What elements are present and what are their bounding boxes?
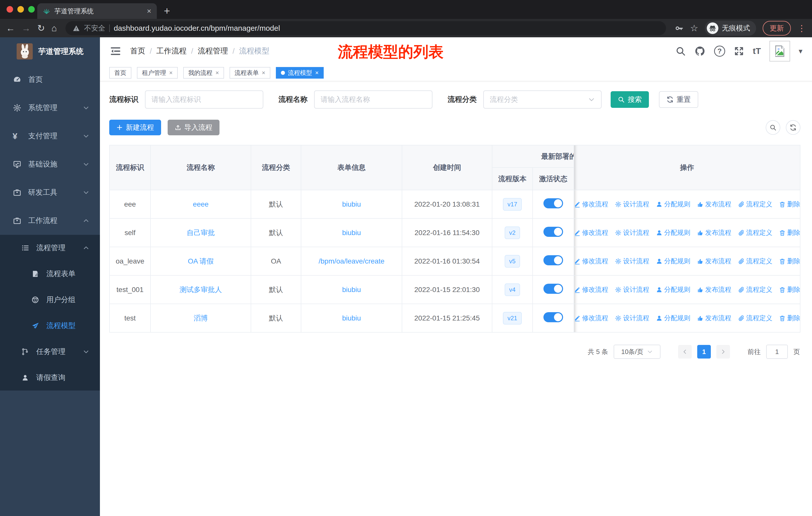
search-icon[interactable] xyxy=(675,46,686,56)
fullscreen-icon[interactable] xyxy=(734,46,744,56)
process-definition-action[interactable]: 流程定义 xyxy=(738,200,773,209)
reload-icon[interactable]: ↻ xyxy=(37,24,45,33)
page-size-select[interactable]: 10条/页 xyxy=(614,345,661,359)
process-category-select[interactable]: 流程分类 xyxy=(483,90,602,109)
design-process-action[interactable]: 设计流程 xyxy=(615,200,649,209)
process-name-input[interactable] xyxy=(314,90,432,109)
goto-page-input[interactable] xyxy=(766,345,788,359)
process-definition-action[interactable]: 流程定义 xyxy=(738,285,773,294)
version-badge[interactable]: v5 xyxy=(505,255,520,268)
breadcrumb-process-management[interactable]: 流程管理 xyxy=(198,46,228,56)
url-field[interactable]: 不安全 dashboard.yudao.iocoder.cn/bpm/manag… xyxy=(65,21,666,35)
process-name-link[interactable]: 自己审批 xyxy=(187,229,215,237)
active-toggle[interactable] xyxy=(544,284,563,294)
sidebar-item-user-group[interactable]: 用户分组 xyxy=(0,287,100,313)
active-toggle[interactable] xyxy=(544,227,563,237)
publish-process-action[interactable]: 发布流程 xyxy=(697,285,731,294)
publish-process-action[interactable]: 发布流程 xyxy=(697,228,731,237)
process-definition-action[interactable]: 流程定义 xyxy=(738,314,773,323)
assign-rule-action[interactable]: 分配规则 xyxy=(656,285,690,294)
breadcrumb-home[interactable]: 首页 xyxy=(130,46,145,56)
modify-process-action[interactable]: 修改流程 xyxy=(574,228,608,237)
font-size-icon[interactable]: tT xyxy=(753,46,761,56)
version-badge[interactable]: v2 xyxy=(505,226,520,239)
version-badge[interactable]: v21 xyxy=(503,312,522,325)
github-icon[interactable] xyxy=(694,46,705,57)
sidebar-item-devtools[interactable]: 研发工具 xyxy=(0,179,100,207)
design-process-action[interactable]: 设计流程 xyxy=(615,228,649,237)
sidebar-item-process-model[interactable]: 流程模型 xyxy=(0,313,100,338)
import-process-button[interactable]: 导入流程 xyxy=(168,120,220,135)
home-icon[interactable]: ⌂ xyxy=(51,24,57,33)
delete-action[interactable]: 删除 xyxy=(779,314,801,323)
modify-process-action[interactable]: 修改流程 xyxy=(574,257,608,266)
bookmark-star-icon[interactable]: ☆ xyxy=(690,23,698,33)
process-definition-action[interactable]: 流程定义 xyxy=(738,257,773,266)
breadcrumb-workflow[interactable]: 工作流程 xyxy=(156,46,186,56)
password-key-icon[interactable] xyxy=(674,24,684,33)
sidebar-item-home[interactable]: 首页 xyxy=(0,65,100,94)
update-button[interactable]: 更新 xyxy=(763,21,791,35)
active-toggle[interactable] xyxy=(544,312,563,322)
assign-rule-action[interactable]: 分配规则 xyxy=(656,228,690,237)
modify-process-action[interactable]: 修改流程 xyxy=(574,285,608,294)
tag-close-icon[interactable]: × xyxy=(262,69,265,76)
window-close-button[interactable] xyxy=(6,6,13,12)
assign-rule-action[interactable]: 分配规则 xyxy=(656,200,690,209)
tag-home[interactable]: 首页 xyxy=(109,67,132,79)
window-minimize-button[interactable] xyxy=(18,6,24,12)
process-name-link[interactable]: 测试多审批人 xyxy=(180,286,222,294)
sidebar-item-leave-query[interactable]: 请假查询 xyxy=(0,364,100,390)
avatar[interactable] xyxy=(770,41,790,61)
assign-rule-action[interactable]: 分配规则 xyxy=(656,257,690,266)
tag-process-form[interactable]: 流程表单× xyxy=(230,67,270,79)
delete-action[interactable]: 删除 xyxy=(779,285,801,294)
current-page-button[interactable]: 1 xyxy=(697,345,711,358)
forward-icon[interactable]: → xyxy=(22,24,31,33)
tag-close-icon[interactable]: × xyxy=(169,69,173,76)
browser-tab[interactable]: 芋道管理系统 × xyxy=(37,3,157,19)
active-toggle[interactable] xyxy=(544,255,563,265)
delete-action[interactable]: 删除 xyxy=(779,228,801,237)
reset-button[interactable]: 重置 xyxy=(659,91,698,108)
next-page-button[interactable] xyxy=(716,345,730,358)
menu-collapse-icon[interactable] xyxy=(110,46,121,57)
delete-action[interactable]: 删除 xyxy=(779,200,801,209)
process-name-link[interactable]: eeee xyxy=(193,200,208,208)
sidebar-item-infra[interactable]: 基础设施 xyxy=(0,150,100,179)
assign-rule-action[interactable]: 分配规则 xyxy=(656,314,690,323)
sidebar-item-process-management[interactable]: 流程管理 xyxy=(0,235,100,261)
publish-process-action[interactable]: 发布流程 xyxy=(697,200,731,209)
design-process-action[interactable]: 设计流程 xyxy=(615,314,649,323)
browser-menu-icon[interactable]: ⋮ xyxy=(798,23,806,33)
publish-process-action[interactable]: 发布流程 xyxy=(697,257,731,266)
version-badge[interactable]: v4 xyxy=(505,283,520,296)
publish-process-action[interactable]: 发布流程 xyxy=(697,314,731,323)
sidebar-item-workflow[interactable]: 工作流程 xyxy=(0,207,100,235)
tab-close-icon[interactable]: × xyxy=(147,7,151,15)
create-process-button[interactable]: 新建流程 xyxy=(109,120,161,135)
tag-my-process[interactable]: 我的流程× xyxy=(183,67,224,79)
avatar-caret-icon[interactable]: ▾ xyxy=(799,47,803,55)
form-info-link[interactable]: biubiu xyxy=(342,229,361,237)
search-button[interactable]: 搜索 xyxy=(611,91,649,108)
sidebar-item-payment[interactable]: ¥ 支付管理 xyxy=(0,122,100,150)
process-name-link[interactable]: OA 请假 xyxy=(188,257,214,265)
tag-process-model[interactable]: 流程模型× xyxy=(276,67,324,79)
show-search-button[interactable] xyxy=(766,120,780,135)
active-toggle[interactable] xyxy=(544,198,563,208)
modify-process-action[interactable]: 修改流程 xyxy=(574,314,608,323)
refresh-table-button[interactable] xyxy=(786,120,801,135)
tag-close-icon[interactable]: × xyxy=(315,69,319,76)
modify-process-action[interactable]: 修改流程 xyxy=(574,200,608,209)
form-info-link[interactable]: /bpm/oa/leave/create xyxy=(319,257,385,265)
tag-close-icon[interactable]: × xyxy=(215,69,219,76)
help-icon[interactable]: ? xyxy=(714,46,725,57)
design-process-action[interactable]: 设计流程 xyxy=(615,257,649,266)
design-process-action[interactable]: 设计流程 xyxy=(615,285,649,294)
process-id-input[interactable] xyxy=(145,90,263,109)
tag-tenant[interactable]: 租户管理× xyxy=(137,67,178,79)
delete-action[interactable]: 删除 xyxy=(779,257,801,266)
version-badge[interactable]: v17 xyxy=(503,198,522,211)
process-name-link[interactable]: 滔博 xyxy=(194,314,208,322)
